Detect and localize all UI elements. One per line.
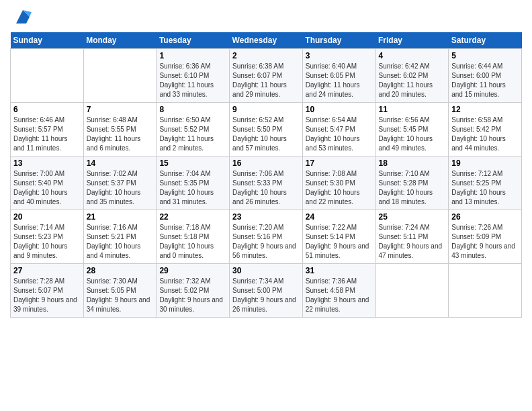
calendar-header: SundayMondayTuesdayWednesdayThursdayFrid… [11,32,522,49]
calendar-cell: 3Sunrise: 6:40 AMSunset: 6:05 PMDaylight… [302,49,375,103]
header-day: Saturday [449,32,522,49]
day-number: 30 [232,266,300,275]
calendar-cell: 19Sunrise: 7:12 AMSunset: 5:25 PMDayligh… [449,156,522,210]
day-number: 11 [379,105,446,114]
day-number: 18 [379,158,446,168]
calendar-cell: 16Sunrise: 7:06 AMSunset: 5:33 PMDayligh… [230,156,303,210]
calendar-cell: 23Sunrise: 7:20 AMSunset: 5:16 PMDayligh… [230,210,303,264]
day-number: 16 [232,158,300,168]
day-number: 13 [13,158,81,168]
day-number: 9 [232,105,300,114]
day-number: 21 [87,212,154,222]
day-number: 15 [159,158,226,168]
header-day: Monday [83,32,157,49]
day-number: 4 [379,51,446,60]
day-number: 24 [306,212,373,222]
header-day: Wednesday [230,32,303,49]
day-number: 5 [451,51,519,60]
day-detail: Sunrise: 7:18 AMSunset: 5:18 PMDaylight:… [159,223,226,261]
day-detail: Sunrise: 6:38 AMSunset: 6:07 PMDaylight:… [232,62,300,99]
calendar-cell: 13Sunrise: 7:00 AMSunset: 5:40 PMDayligh… [11,156,84,210]
calendar-cell [375,264,449,318]
calendar-week-row: 1Sunrise: 6:36 AMSunset: 6:10 PMDaylight… [11,49,522,103]
calendar-week-row: 6Sunrise: 6:46 AMSunset: 5:57 PMDaylight… [11,103,522,156]
calendar-table: SundayMondayTuesdayWednesdayThursdayFrid… [10,32,522,318]
calendar-cell: 28Sunrise: 7:30 AMSunset: 5:05 PMDayligh… [83,264,157,318]
header-day: Tuesday [157,32,230,49]
page-container: SundayMondayTuesdayWednesdayThursdayFrid… [0,0,532,324]
day-detail: Sunrise: 6:56 AMSunset: 5:45 PMDaylight:… [379,116,446,153]
calendar-cell: 17Sunrise: 7:08 AMSunset: 5:30 PMDayligh… [302,156,375,210]
header-day: Friday [375,32,449,49]
day-detail: Sunrise: 7:00 AMSunset: 5:40 PMDaylight:… [13,169,81,207]
day-number: 22 [159,212,226,222]
day-number: 1 [159,51,226,60]
calendar-cell [11,49,84,103]
day-detail: Sunrise: 6:40 AMSunset: 6:05 PMDaylight:… [306,62,373,99]
day-detail: Sunrise: 7:26 AMSunset: 5:09 PMDaylight:… [451,223,519,261]
day-number: 23 [232,212,300,222]
day-detail: Sunrise: 6:58 AMSunset: 5:42 PMDaylight:… [451,116,519,153]
day-detail: Sunrise: 6:48 AMSunset: 5:55 PMDaylight:… [87,116,154,153]
calendar-cell: 25Sunrise: 7:24 AMSunset: 5:11 PMDayligh… [375,210,449,264]
day-detail: Sunrise: 6:42 AMSunset: 6:02 PMDaylight:… [379,62,446,99]
calendar-cell [449,264,522,318]
header [10,7,522,27]
day-number: 3 [306,51,373,60]
calendar-cell: 5Sunrise: 6:44 AMSunset: 6:00 PMDaylight… [449,49,522,103]
calendar-cell: 10Sunrise: 6:54 AMSunset: 5:47 PMDayligh… [302,103,375,156]
day-detail: Sunrise: 6:52 AMSunset: 5:50 PMDaylight:… [232,116,300,153]
calendar-cell: 22Sunrise: 7:18 AMSunset: 5:18 PMDayligh… [157,210,230,264]
calendar-cell: 11Sunrise: 6:56 AMSunset: 5:45 PMDayligh… [375,103,449,156]
day-detail: Sunrise: 7:08 AMSunset: 5:30 PMDaylight:… [306,169,373,207]
day-number: 6 [13,105,81,114]
day-detail: Sunrise: 7:14 AMSunset: 5:23 PMDaylight:… [13,223,81,261]
day-number: 8 [159,105,226,114]
day-detail: Sunrise: 6:44 AMSunset: 6:00 PMDaylight:… [451,62,519,99]
calendar-week-row: 13Sunrise: 7:00 AMSunset: 5:40 PMDayligh… [11,156,522,210]
day-detail: Sunrise: 7:36 AMSunset: 4:58 PMDaylight:… [306,277,373,314]
calendar-cell: 15Sunrise: 7:04 AMSunset: 5:35 PMDayligh… [157,156,230,210]
day-number: 20 [13,212,81,222]
day-detail: Sunrise: 7:10 AMSunset: 5:28 PMDaylight:… [379,169,446,207]
calendar-cell: 2Sunrise: 6:38 AMSunset: 6:07 PMDaylight… [230,49,303,103]
day-number: 19 [451,158,519,168]
day-detail: Sunrise: 6:46 AMSunset: 5:57 PMDaylight:… [13,116,81,153]
header-row: SundayMondayTuesdayWednesdayThursdayFrid… [11,32,522,49]
calendar-cell: 26Sunrise: 7:26 AMSunset: 5:09 PMDayligh… [449,210,522,264]
day-detail: Sunrise: 6:36 AMSunset: 6:10 PMDaylight:… [159,62,226,99]
day-number: 29 [159,266,226,275]
day-number: 31 [306,266,373,275]
calendar-week-row: 27Sunrise: 7:28 AMSunset: 5:07 PMDayligh… [11,264,522,318]
day-number: 26 [451,212,519,222]
day-number: 2 [232,51,300,60]
calendar-cell: 24Sunrise: 7:22 AMSunset: 5:14 PMDayligh… [302,210,375,264]
calendar-cell: 27Sunrise: 7:28 AMSunset: 5:07 PMDayligh… [11,264,84,318]
day-number: 27 [13,266,81,275]
calendar-cell: 6Sunrise: 6:46 AMSunset: 5:57 PMDaylight… [11,103,84,156]
day-detail: Sunrise: 6:54 AMSunset: 5:47 PMDaylight:… [306,116,373,153]
calendar-cell [83,49,157,103]
day-detail: Sunrise: 7:16 AMSunset: 5:21 PMDaylight:… [87,223,154,261]
day-number: 17 [306,158,373,168]
calendar-cell: 18Sunrise: 7:10 AMSunset: 5:28 PMDayligh… [375,156,449,210]
calendar-cell: 8Sunrise: 6:50 AMSunset: 5:52 PMDaylight… [157,103,230,156]
day-number: 28 [87,266,154,275]
calendar-cell: 4Sunrise: 6:42 AMSunset: 6:02 PMDaylight… [375,49,449,103]
day-detail: Sunrise: 7:02 AMSunset: 5:37 PMDaylight:… [87,169,154,207]
day-detail: Sunrise: 7:04 AMSunset: 5:35 PMDaylight:… [159,169,226,207]
header-day: Thursday [302,32,375,49]
day-detail: Sunrise: 7:22 AMSunset: 5:14 PMDaylight:… [306,223,373,261]
calendar-cell: 14Sunrise: 7:02 AMSunset: 5:37 PMDayligh… [83,156,157,210]
calendar-cell: 1Sunrise: 6:36 AMSunset: 6:10 PMDaylight… [157,49,230,103]
day-number: 10 [306,105,373,114]
calendar-cell: 20Sunrise: 7:14 AMSunset: 5:23 PMDayligh… [11,210,84,264]
header-day: Sunday [11,32,84,49]
calendar-body: 1Sunrise: 6:36 AMSunset: 6:10 PMDaylight… [11,49,522,318]
day-detail: Sunrise: 7:28 AMSunset: 5:07 PMDaylight:… [13,277,81,314]
calendar-cell: 7Sunrise: 6:48 AMSunset: 5:55 PMDaylight… [83,103,157,156]
day-detail: Sunrise: 7:24 AMSunset: 5:11 PMDaylight:… [379,223,446,261]
day-detail: Sunrise: 7:32 AMSunset: 5:02 PMDaylight:… [159,277,226,314]
logo-icon [13,7,33,27]
day-detail: Sunrise: 6:50 AMSunset: 5:52 PMDaylight:… [159,116,226,153]
